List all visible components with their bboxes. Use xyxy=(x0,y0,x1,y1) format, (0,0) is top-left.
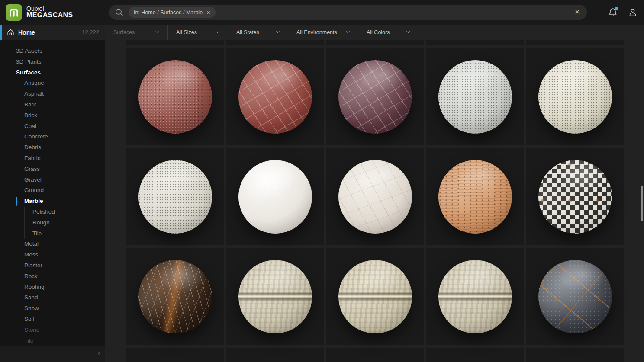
sidebar-item-rock[interactable]: Rock xyxy=(0,271,105,282)
filter-dropdown-surfaces[interactable]: Surfaces xyxy=(105,25,168,40)
filter-dropdown-all-colors[interactable]: All Colors xyxy=(358,25,419,40)
asset-tile-cream-speckled-granite[interactable] xyxy=(526,48,624,145)
asset-tile-partial-bottom-3[interactable] xyxy=(326,348,424,362)
sidebar-item-rough[interactable]: Rough xyxy=(0,218,105,228)
sidebar-item-brick[interactable]: Brick xyxy=(0,110,105,121)
sidebar-item-asphalt[interactable]: Asphalt xyxy=(0,89,105,99)
material-sphere-white-veined-marble xyxy=(338,160,412,234)
sidebar-collapse-icon[interactable]: ‹ xyxy=(98,349,100,357)
material-sphere-red-veined-marble xyxy=(238,60,312,134)
asset-tile-carved-relief-marble-c[interactable] xyxy=(426,248,524,345)
chevron-down-icon xyxy=(216,29,220,33)
sidebar-item-ground[interactable]: Ground xyxy=(0,185,105,196)
asset-tile-polished-white-marble[interactable] xyxy=(226,148,324,245)
asset-tile-partial-top-3[interactable] xyxy=(326,40,424,45)
sidebar-item-surfaces[interactable]: Surfaces xyxy=(0,67,105,78)
asset-tile-checker-tile-marble[interactable] xyxy=(526,148,624,245)
asset-tile-partial-bottom-4[interactable] xyxy=(426,348,524,362)
sidebar-item-concrete[interactable]: Concrete xyxy=(0,131,105,142)
search-clear-icon[interactable]: × xyxy=(575,6,580,17)
sidebar-item-marble[interactable]: Marble xyxy=(0,196,105,207)
sidebar-item-label: Antique xyxy=(24,80,44,86)
content-column: SurfacesAll SizesAll StatesAll Environme… xyxy=(105,25,644,362)
material-sphere-cream-speckled-granite xyxy=(538,60,612,134)
asset-tile-black-gold-veined-marble[interactable] xyxy=(526,248,624,345)
sidebar-item-label: Snow xyxy=(24,305,39,311)
asset-tile-violet-veined-marble[interactable] xyxy=(326,48,424,145)
scrollbar-thumb[interactable] xyxy=(641,186,643,221)
sidebar-item-tile[interactable]: Tile xyxy=(0,336,105,346)
search-filter-chip[interactable]: In: Home / Surfaces / Marble × xyxy=(129,7,216,18)
sidebar-item-debris[interactable]: Debris xyxy=(0,142,105,153)
sidebar-item-label: Marble xyxy=(24,198,43,204)
sidebar-item-bark[interactable]: Bark xyxy=(0,99,105,110)
filter-dropdown-all-environments[interactable]: All Environments xyxy=(288,25,358,40)
logo-line1: Quixel xyxy=(26,6,73,12)
sidebar-item-antique[interactable]: Antique xyxy=(0,78,105,89)
sidebar-item-label: Soil xyxy=(24,316,34,322)
search-input[interactable]: In: Home / Surfaces / Marble × × xyxy=(109,5,587,20)
sidebar-item-tile[interactable]: Tile xyxy=(0,228,105,239)
chip-close-icon[interactable]: × xyxy=(206,9,210,16)
filter-dropdown-all-sizes[interactable]: All Sizes xyxy=(168,25,228,40)
material-sphere-red-speckled-marble xyxy=(138,60,212,134)
asset-tile-carved-relief-marble-b[interactable] xyxy=(326,248,424,345)
sidebar-item-grass[interactable]: Grass xyxy=(0,164,105,175)
material-sphere-gray-speckled-granite xyxy=(438,60,512,134)
search-icon xyxy=(115,8,123,16)
sidebar-item-metal[interactable]: Metal xyxy=(0,239,105,250)
sidebar-item-3d-plants[interactable]: 3D Plants xyxy=(0,57,105,67)
sidebar-item-sand[interactable]: Sand xyxy=(0,292,105,303)
sidebar-item-gravel[interactable]: Gravel xyxy=(0,175,105,186)
sidebar-item-soil[interactable]: Soil xyxy=(0,314,105,325)
filter-label: All Sizes xyxy=(176,29,197,35)
asset-tile-partial-top-4[interactable] xyxy=(426,40,524,45)
quixel-logo[interactable]: Quixel MEGASCANS xyxy=(0,4,105,21)
sidebar-item-polished[interactable]: Polished xyxy=(0,207,105,218)
search-chip-label: In: Home / Surfaces / Marble xyxy=(134,10,203,16)
asset-tile-partial-bottom-2[interactable] xyxy=(226,348,324,362)
asset-tile-red-speckled-marble[interactable] xyxy=(126,48,224,145)
asset-grid xyxy=(126,40,644,362)
sidebar-item-label: Surfaces xyxy=(16,69,41,76)
sidebar-item-label: Sand xyxy=(24,294,38,301)
sidebar-item-plaster[interactable]: Plaster xyxy=(0,260,105,271)
sidebar-item-home[interactable]: Home 12,222 xyxy=(0,25,105,40)
sidebar-item-fabric[interactable]: Fabric xyxy=(0,153,105,164)
asset-tile-white-speckled-granite[interactable] xyxy=(126,148,224,245)
sidebar-item-snow[interactable]: Snow xyxy=(0,303,105,314)
content-area xyxy=(105,40,644,362)
account-button[interactable] xyxy=(628,7,638,18)
notifications-button[interactable] xyxy=(608,7,618,18)
sidebar-item-coal[interactable]: Coal xyxy=(0,121,105,132)
asset-tile-gray-speckled-granite[interactable] xyxy=(426,48,524,145)
asset-tile-dark-brown-veined-marble[interactable] xyxy=(126,248,224,345)
sidebar-item-moss[interactable]: Moss xyxy=(0,250,105,260)
sidebar-item-label: Debris xyxy=(24,144,41,151)
sidebar-item-label: Asphalt xyxy=(24,90,44,97)
sidebar-item-roofing[interactable]: Roofing xyxy=(0,282,105,293)
logo-line2: MEGASCANS xyxy=(26,12,73,19)
sidebar-item-label: Rock xyxy=(24,273,38,279)
filter-dropdown-all-states[interactable]: All States xyxy=(228,25,288,40)
asset-tile-carved-relief-marble-a[interactable] xyxy=(226,248,324,345)
sidebar-item-label: 3D Plants xyxy=(16,58,42,65)
sidebar-item-stone[interactable]: Stone xyxy=(0,325,105,336)
asset-tile-white-veined-marble[interactable] xyxy=(326,148,424,245)
sidebar: Home 12,222 3D Assets3D PlantsSurfacesAn… xyxy=(0,25,105,362)
asset-tile-partial-top-5[interactable] xyxy=(526,40,624,45)
sidebar-category-list: 3D Assets3D PlantsSurfacesAntiqueAsphalt… xyxy=(0,40,105,346)
asset-tile-partial-top-1[interactable] xyxy=(126,40,224,45)
material-sphere-polished-white-marble xyxy=(238,160,312,234)
home-label: Home xyxy=(18,29,35,36)
sidebar-item-label: Gravel xyxy=(24,176,42,183)
material-sphere-carved-relief-marble-c xyxy=(438,260,512,333)
sidebar-item-label: Bark xyxy=(24,101,36,108)
sidebar-item-3d-assets[interactable]: 3D Assets xyxy=(0,46,105,57)
sidebar-item-label: Brick xyxy=(24,112,37,119)
asset-tile-travertine[interactable] xyxy=(426,148,524,245)
asset-tile-partial-top-2[interactable] xyxy=(226,40,324,45)
asset-tile-red-veined-marble[interactable] xyxy=(226,48,324,145)
asset-tile-partial-bottom-1[interactable] xyxy=(126,348,224,362)
asset-tile-partial-bottom-5[interactable] xyxy=(526,348,624,362)
